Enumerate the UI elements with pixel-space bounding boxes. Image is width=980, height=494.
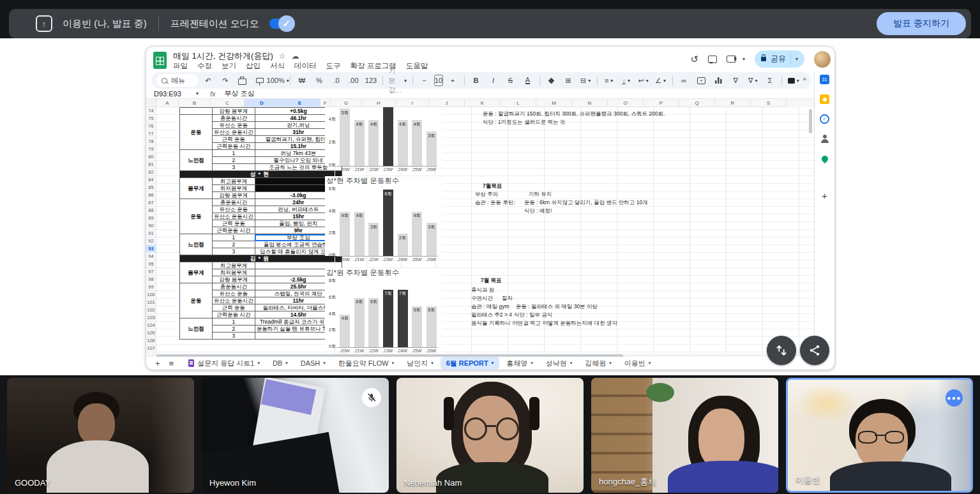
sheet-tab-1[interactable]: 설문지 응답 시트1▾ — [183, 357, 266, 370]
format-percent-button[interactable]: % — [312, 73, 327, 87]
row-header-102[interactable]: 102 — [146, 306, 156, 314]
row-header-79[interactable]: 79 — [146, 146, 156, 153]
fill-color-button[interactable] — [543, 73, 559, 87]
horizontal-align-button[interactable]: ≡ — [601, 73, 617, 87]
participant-tile-hongchae[interactable]: hongchae_홍채 — [591, 378, 778, 493]
zoom-select[interactable]: 100% — [269, 73, 286, 87]
label-cell[interactable]: 유산소 운동시간 — [213, 213, 255, 220]
insert-chart-button[interactable] — [711, 73, 726, 87]
decrease-decimals-button[interactable]: .0 — [329, 73, 344, 87]
menu-search-input[interactable]: 메뉴 — [156, 74, 199, 87]
print-button[interactable] — [235, 73, 250, 87]
menu-1[interactable]: 파일 — [173, 61, 188, 71]
label-cell[interactable]: 최저몸무게 — [213, 185, 255, 192]
formula-input[interactable]: 부상 조심 — [225, 89, 255, 98]
label-cell[interactable]: 3 — [213, 164, 255, 171]
row-header-84[interactable]: 84 — [146, 176, 156, 184]
comments-icon[interactable] — [708, 56, 717, 63]
column-header-J[interactable]: J — [429, 99, 465, 107]
text-color-button[interactable]: A — [525, 77, 530, 84]
sheet-tab-4[interactable]: 한울요약 FLOW▾ — [333, 357, 400, 370]
vertical-align-button[interactable]: ↓ — [619, 73, 634, 87]
label-cell[interactable]: 총운동시간 — [213, 283, 255, 290]
menu-6[interactable]: 데이터 — [294, 61, 317, 71]
share-dropdown[interactable]: ▾ — [790, 54, 798, 64]
label-cell[interactable]: 근력 운동 — [213, 304, 255, 311]
row-header-97[interactable]: 97 — [146, 268, 156, 276]
label-cell[interactable]: 1 — [213, 150, 255, 157]
functions-button[interactable]: Σ — [762, 73, 778, 87]
spreadsheet-grid[interactable]: ABCDEFGHIJKLMNOPQRS 74757677787980818284… — [146, 99, 814, 354]
spreadsheet-title[interactable]: 매일 1시간, 건강하게(응답) — [173, 50, 273, 62]
label-cell[interactable]: 근력운동 시간 — [213, 311, 255, 318]
column-header-I[interactable]: I — [396, 99, 429, 107]
label-cell[interactable]: 최고몸무게 — [213, 178, 255, 185]
insert-comment-button[interactable]: + — [693, 73, 709, 87]
category-cell[interactable]: 느낀점 — [180, 318, 213, 340]
contacts-icon[interactable] — [820, 134, 829, 144]
row-header-81[interactable]: 81 — [146, 161, 156, 168]
column-header-F[interactable]: F — [320, 99, 331, 107]
merge-cells-button[interactable]: ⊟ — [578, 73, 593, 87]
row-header-86[interactable]: 86 — [146, 191, 156, 199]
share-button[interactable]: 공유 ▾ — [755, 50, 804, 68]
borders-button[interactable]: ⊞ — [561, 73, 576, 87]
text-wrap-button[interactable]: ↩ — [636, 73, 651, 87]
row-header-82[interactable]: 82 — [146, 168, 156, 176]
category-cell[interactable]: 느낀점 — [180, 150, 213, 171]
increase-decimals-button[interactable]: .00 — [346, 73, 361, 87]
label-cell[interactable]: 근력 운동 — [213, 136, 255, 143]
column-header-R[interactable]: R — [715, 99, 751, 107]
row-header-94[interactable]: 94 — [146, 253, 156, 260]
label-cell[interactable]: 감량 몸무게 — [213, 108, 255, 115]
category-cell[interactable]: 운동 — [180, 199, 213, 234]
row-header-76[interactable]: 76 — [146, 123, 156, 130]
column-header-M[interactable]: M — [536, 99, 572, 107]
sheet-tab-6[interactable]: 6월 REPORT▾ — [441, 357, 500, 370]
column-header-C[interactable]: C — [211, 99, 245, 107]
number-format-button[interactable]: 123 — [363, 73, 379, 87]
grid-canvas[interactable]: 감량 몸무게+0.5kg운동총운동시간46.1hr유산소 운동걷기,러닝유산소 … — [156, 107, 814, 354]
menu-9[interactable]: 도움말 — [406, 61, 428, 71]
column-header-D[interactable]: D — [245, 99, 280, 107]
row-header-104[interactable]: 104 — [146, 322, 156, 329]
vertical-scrollbar[interactable] — [809, 109, 812, 133]
sheet-tab-3[interactable]: DASH▾ — [295, 357, 331, 370]
label-cell[interactable]: 2 — [213, 157, 255, 164]
category-cell[interactable] — [180, 108, 213, 115]
filter-views-button[interactable]: ∇ — [745, 73, 760, 87]
text-rotate-button[interactable]: ∠ — [653, 73, 668, 87]
tasks-icon[interactable]: ✓ — [820, 114, 829, 124]
row-header-92[interactable]: 92 — [146, 237, 156, 245]
label-cell[interactable]: 유산소 운동 — [213, 206, 255, 213]
collapse-toolbar-button[interactable]: ^ — [803, 77, 806, 84]
column-header-O[interactable]: O — [608, 99, 644, 107]
column-header-S[interactable]: S — [751, 99, 787, 107]
column-header-B[interactable]: B — [179, 99, 211, 107]
menu-4[interactable]: 삽입 — [246, 61, 260, 71]
column-header-G[interactable]: G — [331, 99, 362, 107]
grid-corner[interactable] — [146, 99, 156, 107]
strikethrough-button[interactable]: S — [503, 73, 518, 87]
cell-reference-box[interactable]: D93:E93 — [146, 90, 196, 98]
redo-button[interactable]: ↷ — [218, 73, 233, 87]
category-cell[interactable]: 몸무게 — [180, 262, 213, 283]
sheet-tab-5[interactable]: 남인지▾ — [401, 357, 439, 370]
row-header-77[interactable]: 77 — [146, 130, 156, 138]
all-sheets-button[interactable]: ≡ — [169, 359, 174, 368]
label-cell[interactable]: 1 — [213, 234, 255, 241]
star-icon[interactable]: ☆ — [279, 52, 286, 61]
label-cell[interactable]: 2 — [213, 241, 255, 248]
italic-button[interactable]: I — [486, 73, 501, 87]
row-header-89[interactable]: 89 — [146, 214, 156, 222]
participant-tile-yongbin[interactable]: ●●● 이용빈 — [786, 378, 973, 493]
section-header-cell[interactable]: 성*현 — [180, 171, 342, 178]
label-cell[interactable]: 최저몸무게 — [213, 269, 255, 276]
participant-tile-hyewon[interactable]: Hyewon Kim — [202, 378, 389, 493]
participant-tile-gooday[interactable]: GOODAY — [7, 378, 194, 493]
category-cell[interactable]: 몸무게 — [180, 178, 213, 199]
column-header-H[interactable]: H — [362, 99, 396, 107]
label-cell[interactable]: 유산소 운동시간 — [213, 297, 255, 304]
label-cell[interactable]: 총운동시간 — [213, 115, 255, 122]
category-cell[interactable]: 운동 — [180, 115, 213, 150]
